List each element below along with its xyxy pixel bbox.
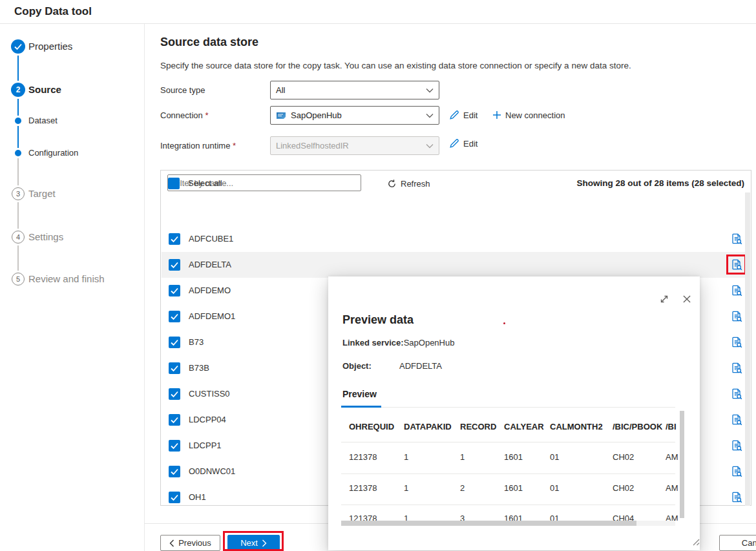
table-cell: 1601: [504, 483, 547, 494]
preview-item-button[interactable]: [730, 465, 743, 478]
item-label: ADFDEMO1: [189, 311, 235, 321]
table-cell: CH04: [613, 514, 662, 521]
item-checkbox[interactable]: [169, 466, 180, 477]
table-cell: CH02: [613, 452, 662, 463]
preview-data-icon: [730, 310, 743, 323]
sidebar-item-configuration[interactable]: Configuration: [28, 146, 78, 160]
item-label: ADFCUBE1: [189, 234, 233, 244]
preview-item-button[interactable]: [730, 362, 743, 375]
column-header: CALMONTH2: [550, 422, 609, 432]
connection-value: SapOpenHub: [291, 110, 342, 120]
checkmark-icon: [12, 41, 24, 52]
close-dialog-icon[interactable]: [681, 293, 693, 305]
item-label: B73B: [189, 363, 209, 373]
plus-icon: [492, 110, 501, 120]
step-marker-settings[interactable]: 4: [12, 231, 25, 244]
item-checkbox[interactable]: [169, 259, 180, 271]
required-asterisk: *: [233, 141, 236, 151]
step-marker-source[interactable]: 2: [11, 83, 25, 97]
item-checkbox[interactable]: [169, 311, 180, 322]
checkmark-icon: [169, 414, 180, 426]
checkmark-icon: [169, 388, 180, 400]
tab-active-underline: [341, 406, 381, 408]
sidebar-item-settings[interactable]: Settings: [28, 230, 63, 244]
pencil-icon: [449, 110, 459, 120]
sidebar-item-target[interactable]: Target: [28, 187, 56, 201]
required-asterisk: *: [205, 110, 208, 120]
column-header: RECORD: [460, 422, 501, 432]
linked-service-value: SapOpenHub: [404, 338, 455, 348]
item-label: CUSTISS0: [189, 389, 230, 399]
checkmark-icon: [169, 466, 180, 477]
select-all-row: Select all: [161, 171, 746, 196]
item-checkbox[interactable]: [169, 440, 180, 452]
step-marker-dataset[interactable]: [15, 118, 21, 124]
row-separator: [341, 504, 675, 505]
table-cell: CH02: [613, 483, 662, 494]
column-header: CALYEAR: [504, 422, 547, 432]
item-checkbox[interactable]: [169, 492, 180, 503]
red-annotation-preview-icon: [726, 255, 746, 275]
preview-table-horizontal-scrollbar[interactable]: [341, 521, 636, 526]
linked-service-row: Linked service:SapOpenHub: [342, 338, 454, 348]
preview-data-icon: [730, 413, 743, 426]
item-checkbox[interactable]: [169, 362, 180, 374]
connection-select[interactable]: SapOpenHub: [270, 106, 439, 125]
preview-item-button[interactable]: [730, 336, 743, 349]
preview-data-icon: [730, 491, 743, 504]
preview-item-button[interactable]: [730, 491, 743, 504]
step-marker-review-and-finish[interactable]: 5: [12, 273, 25, 286]
cancel-button[interactable]: Cancel: [719, 535, 756, 551]
select-all-checkbox[interactable]: [168, 178, 180, 189]
top-bar: Copy Data tool: [0, 0, 756, 24]
column-header: DATAPAKID: [404, 422, 457, 432]
preview-data-icon: [730, 388, 743, 400]
sidebar-item-dataset[interactable]: Dataset: [28, 114, 58, 128]
sidebar-item-review-and-finish[interactable]: Review and finish: [28, 272, 105, 286]
list-vertical-scrollbar[interactable]: [745, 192, 750, 506]
row-separator: [341, 473, 675, 474]
new-connection-button[interactable]: New connection: [492, 108, 565, 122]
preview-item-button[interactable]: [730, 284, 743, 297]
stray-dot: [503, 322, 505, 324]
preview-item-button[interactable]: [730, 388, 743, 400]
table-cell: 2: [460, 483, 501, 494]
edit-connection-button[interactable]: Edit: [449, 108, 478, 122]
previous-button[interactable]: Previous: [160, 535, 220, 551]
table-cell: 01: [550, 452, 609, 463]
object-value: ADFDELTA: [399, 361, 442, 371]
source-type-label: Source type: [160, 85, 205, 95]
integration-runtime-label: Integration runtime *: [160, 141, 236, 151]
source-type-select[interactable]: All: [270, 81, 439, 99]
preview-table-vertical-scrollbar[interactable]: [680, 411, 684, 518]
preview-item-button[interactable]: [730, 310, 743, 323]
preview-item-button[interactable]: [730, 413, 743, 426]
step-marker-properties[interactable]: [11, 39, 25, 54]
step-connector: [17, 126, 19, 148]
sidebar-item-source[interactable]: Source: [28, 83, 61, 97]
item-checkbox[interactable]: [169, 388, 180, 400]
resize-grip-icon[interactable]: [690, 536, 700, 546]
page-description: Specify the source data store for the co…: [160, 61, 631, 70]
tab-preview[interactable]: Preview: [342, 389, 377, 399]
table-cell: 1601: [504, 514, 547, 521]
select-all-label: Select all: [188, 178, 222, 188]
sidebar-item-properties[interactable]: Properties: [28, 39, 72, 54]
item-checkbox[interactable]: [169, 337, 180, 348]
item-label: B73: [189, 337, 204, 347]
step-marker-configuration[interactable]: [15, 150, 21, 156]
item-checkbox[interactable]: [169, 233, 180, 245]
table-cell: 1: [404, 483, 457, 494]
step-marker-target[interactable]: 3: [12, 187, 25, 200]
preview-item-button[interactable]: [730, 233, 743, 245]
item-label: OH1: [189, 492, 206, 502]
edit-integration-runtime-button[interactable]: Edit: [449, 136, 478, 151]
expand-dialog-icon[interactable]: [658, 293, 670, 305]
table-cell: 121378: [349, 483, 401, 494]
item-checkbox[interactable]: [169, 285, 180, 296]
integration-runtime-value: LinkedSelfhostedIR: [276, 141, 349, 151]
preview-item-button[interactable]: [730, 439, 743, 452]
preview-table: OHREQUIDDATAPAKIDRECORDCALYEARCALMONTH2/…: [328, 410, 680, 521]
item-checkbox[interactable]: [169, 414, 180, 426]
pencil-icon: [449, 138, 459, 149]
